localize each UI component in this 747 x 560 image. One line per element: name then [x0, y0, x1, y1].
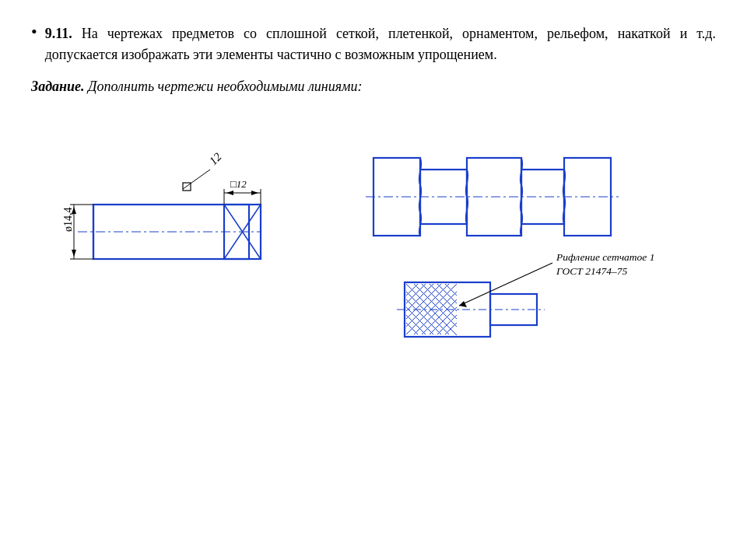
paragraph-text: На чертежах предметов со сплошной сеткой… — [45, 26, 716, 62]
dim-12-label: 12 — [207, 150, 224, 167]
left-drawing-svg: 12 — [31, 111, 327, 313]
arrow-left-12 — [226, 191, 233, 195]
arrow-bottom — [72, 250, 76, 257]
task-text: Дополнить чертежи необходимыми линиями: — [85, 79, 363, 94]
arrow-right-12 — [251, 191, 258, 195]
dim-phi-label: ø14,4 — [62, 208, 74, 233]
drawings-area: 12 — [31, 111, 716, 360]
dim-12-text: □12 — [230, 178, 247, 190]
right-drawing: Рифление сетчатое 1 ГОСТ 21474–75 — [358, 111, 716, 360]
svg-line-0 — [183, 170, 210, 189]
annotation-arrowhead — [459, 301, 467, 307]
paragraph-section: • 9.11. На чертежах предметов со сплошно… — [31, 23, 716, 65]
task-bold: Задание. — [31, 79, 85, 94]
task-line: Задание. Дополнить чертежи необходимыми … — [31, 76, 716, 97]
bullet-point: • — [31, 22, 37, 42]
annotation-line1: Рифление сетчатое 1 — [556, 251, 654, 263]
annotation-arrow-line — [459, 263, 552, 306]
paragraph-number: 9.11. — [45, 26, 72, 41]
left-drawing: 12 — [31, 111, 327, 313]
dim-12-top: □12 — [224, 178, 261, 205]
right-drawing-svg: Рифление сетчатое 1 ГОСТ 21474–75 — [358, 111, 731, 360]
page: • 9.11. На чертежах предметов со сплошно… — [0, 0, 747, 560]
annotation-line2: ГОСТ 21474–75 — [556, 265, 627, 277]
dim-12-group: 12 — [183, 150, 224, 191]
main-paragraph: 9.11. На чертежах предметов со сплошной … — [45, 23, 716, 65]
